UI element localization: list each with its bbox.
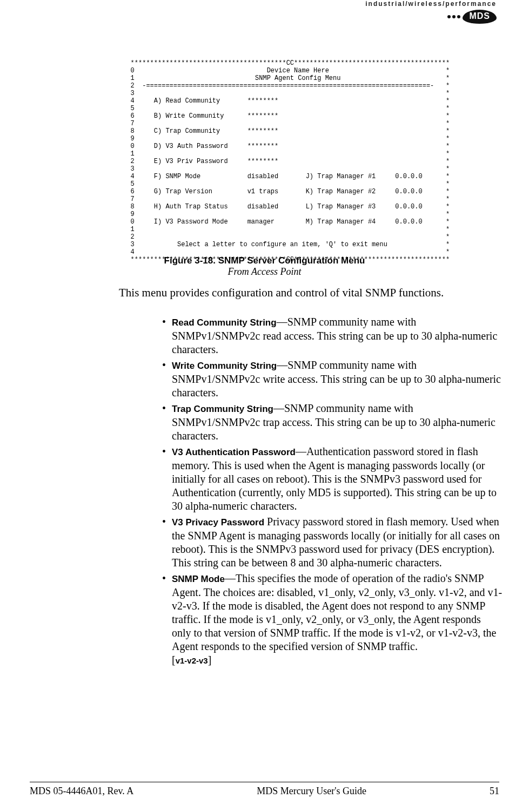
list-item: SNMP Mode—This specifies the mode of ope… [162,572,503,667]
param-default: v1-v2-v3 [176,656,208,665]
list-item: V3 Authentication Password—Authenticatio… [162,445,503,513]
list-item: V3 Privacy Password Privacy password sto… [162,515,503,570]
figure-subtitle: From Access Point [228,266,302,277]
param-text: —This specifies the mode of operation of… [172,572,502,652]
header: industrial/wireless/performance MDS [365,0,497,24]
bracket-close: ] [208,654,212,666]
logo-dots [446,15,460,18]
figure-caption: Figure 3-18. SNMP Server Configuration M… [0,255,529,278]
dot-icon [452,15,456,18]
param-label: Write Community String [172,361,277,371]
bracket-open: [ [172,654,176,666]
param-label: Trap Community String [172,404,273,414]
list-item: Trap Community String—SNMP community nam… [162,402,503,443]
logo-mds: MDS [463,10,497,24]
intro-paragraph: This menu provides configuration and con… [119,286,497,300]
list-item: Write Community String—SNMP community na… [162,358,503,400]
param-label: SNMP Mode [172,574,225,584]
figure-title: Figure 3-18. SNMP Server Configuration M… [164,255,365,266]
dot-icon [447,15,451,18]
param-label: V3 Authentication Password [172,447,296,457]
page-footer: MDS 05-4446A01, Rev. A MDS Mercury User'… [30,782,499,797]
param-label: Read Community String [172,317,277,328]
logo-area: MDS [365,10,497,24]
list-item: Read Community String—SNMP community nam… [162,315,503,356]
header-tagline: industrial/wireless/performance [365,0,497,8]
footer-right: 51 [490,786,499,797]
footer-center: MDS Mercury User's Guide [257,786,366,797]
terminal-screenshot: ****************************************… [119,59,465,263]
bullet-list: Read Community String—SNMP community nam… [162,315,503,669]
dot-icon [457,15,460,18]
param-label: V3 Privacy Password [172,517,264,527]
footer-left: MDS 05-4446A01, Rev. A [30,786,133,797]
